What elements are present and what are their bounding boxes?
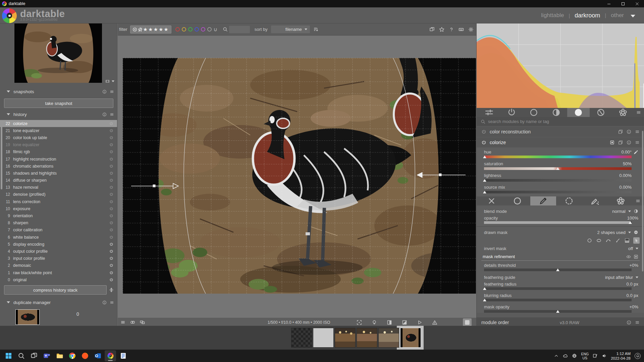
film-roll-icon[interactable] — [105, 79, 110, 83]
feathering-radius-row[interactable]: feathering radius 0.0 px — [477, 281, 644, 287]
blend-mask-tab[interactable] — [608, 196, 634, 205]
power-icon[interactable] — [109, 221, 113, 225]
minimize-button[interactable] — [602, 0, 616, 7]
color-label-filter[interactable] — [195, 27, 199, 32]
bottom-toolbar-icon[interactable] — [417, 320, 422, 325]
take-snapshot-button[interactable]: take snapshot — [4, 99, 113, 108]
taskbar-app-button[interactable] — [117, 350, 129, 361]
presets-menu-icon[interactable] — [635, 140, 640, 145]
module-group-tab[interactable] — [545, 108, 568, 117]
multi-instance-icon[interactable] — [618, 140, 623, 145]
blend-mask-tab[interactable] — [530, 196, 556, 205]
power-icon[interactable] — [109, 207, 113, 211]
taskbar-app-button[interactable] — [66, 350, 78, 361]
slider-handle[interactable] — [629, 221, 632, 224]
module-group-tab[interactable] — [567, 108, 590, 117]
bottom-toolbar-icon[interactable] — [432, 320, 437, 325]
invert-mask-value[interactable]: off — [628, 246, 633, 251]
unstar-icon[interactable] — [138, 27, 143, 32]
slider-handle[interactable] — [483, 179, 486, 182]
feathering-guide-value[interactable]: input after blur — [605, 275, 633, 280]
module-slider[interactable]: saturation 50% — [484, 161, 632, 170]
history-item[interactable]: 14 diffuse or sharpen — [0, 177, 117, 184]
slider-handle[interactable] — [556, 167, 559, 170]
history-item[interactable]: 17 highlight reconstruction — [0, 156, 117, 163]
module-color-reconstruction[interactable]: color reconstruction — [477, 127, 644, 137]
bottom-toolbar-icon[interactable] — [120, 320, 125, 325]
taskbar-app-button[interactable] — [92, 350, 103, 361]
module-colorize[interactable]: colorize — [477, 137, 644, 147]
details-threshold-slider[interactable] — [484, 268, 632, 271]
history-item[interactable]: 3 input color profile — [0, 255, 117, 262]
blend-order-toggle-icon[interactable] — [634, 209, 638, 214]
history-item[interactable]: 0 original — [0, 276, 117, 283]
color-label-filter[interactable] — [182, 27, 186, 32]
duplicate-thumbnail[interactable] — [15, 309, 40, 325]
power-icon[interactable] — [109, 228, 113, 232]
history-item[interactable]: 12 denoise (profiled) — [0, 191, 117, 198]
power-icon[interactable] — [109, 256, 113, 260]
sort-dropdown[interactable]: filename — [271, 25, 310, 33]
blurring-radius-row[interactable]: blurring radius 0.0 px — [477, 292, 644, 298]
union-operator[interactable]: ∪ — [214, 26, 217, 33]
history-item[interactable]: 18 filmic rgb — [0, 148, 117, 156]
bottom-toolbar-icon[interactable] — [357, 320, 362, 325]
mask-shape-button[interactable] — [614, 237, 621, 244]
compress-history-button[interactable]: compress history stack — [4, 285, 107, 295]
toolbar-icon[interactable] — [429, 27, 435, 32]
power-icon[interactable] — [109, 263, 113, 267]
color-picker-icon[interactable] — [633, 150, 638, 155]
slider-handle[interactable] — [483, 299, 486, 301]
tray-expand-icon[interactable] — [554, 353, 559, 358]
mask-opacity-row[interactable]: mask opacity +0% — [477, 304, 644, 310]
power-icon[interactable] — [109, 122, 113, 126]
bottom-toolbar-icon[interactable] — [402, 320, 407, 325]
mask-opacity-slider[interactable] — [484, 310, 632, 313]
history-item[interactable]: 4 output color profile — [0, 248, 117, 255]
right-scrollbar[interactable] — [642, 131, 643, 272]
blend-mask-tab[interactable] — [504, 196, 530, 205]
color-label-filter[interactable] — [201, 27, 205, 32]
blend-mask-tab[interactable] — [582, 196, 608, 205]
presets-menu-icon[interactable] — [635, 320, 640, 325]
power-icon[interactable] — [109, 150, 113, 154]
module-group-tab[interactable] — [590, 108, 612, 117]
mask-refinement-header[interactable]: mask refinement — [481, 253, 640, 261]
close-button[interactable] — [630, 0, 644, 7]
history-item[interactable]: 20 color look up table — [0, 134, 117, 141]
power-icon[interactable] — [109, 192, 113, 196]
taskbar-app-button[interactable] — [105, 350, 116, 361]
bottom-toolbar-icon[interactable] — [140, 320, 145, 325]
slider-track[interactable] — [484, 156, 632, 158]
slider-handle[interactable] — [556, 310, 559, 313]
history-header[interactable]: history — [0, 110, 117, 119]
filmstrip-thumbnail[interactable] — [357, 328, 377, 348]
filmstrip-thumbnail[interactable] — [378, 328, 399, 348]
power-icon[interactable] — [109, 249, 113, 253]
mask-shape-button[interactable] — [633, 237, 640, 244]
info-icon[interactable] — [102, 112, 107, 117]
taskbar-app-button[interactable] — [28, 350, 40, 361]
taskbar-app-button[interactable] — [41, 350, 52, 361]
star-rating[interactable]: ★★★★★ — [143, 26, 169, 33]
drawn-mask-value[interactable]: 2 shapes used — [597, 230, 626, 235]
power-icon[interactable] — [109, 214, 113, 218]
volume-icon[interactable] — [602, 353, 607, 358]
history-item[interactable]: 9 orientation — [0, 212, 117, 219]
bottom-toolbar-icon[interactable] — [372, 320, 377, 325]
details-threshold-row[interactable]: details threshold +0% — [477, 262, 644, 268]
slider-track[interactable] — [484, 167, 632, 170]
reset-icon[interactable] — [627, 140, 631, 145]
slider-track[interactable] — [484, 191, 632, 193]
network-icon[interactable] — [572, 353, 577, 358]
maximize-button[interactable] — [616, 0, 630, 7]
mask-shape-button[interactable] — [586, 237, 593, 244]
opacity-row[interactable]: opacity 100% — [477, 215, 644, 221]
power-icon[interactable] — [109, 235, 113, 239]
filter-search-input[interactable] — [229, 26, 250, 33]
multi-instance-icon[interactable] — [618, 129, 623, 134]
filmstrip-thumbnail[interactable] — [291, 328, 312, 348]
history-item[interactable]: 5 display encoding — [0, 241, 117, 248]
invert-mask-row[interactable]: invert mask off — [477, 245, 644, 252]
color-label-filter[interactable] — [188, 27, 193, 32]
